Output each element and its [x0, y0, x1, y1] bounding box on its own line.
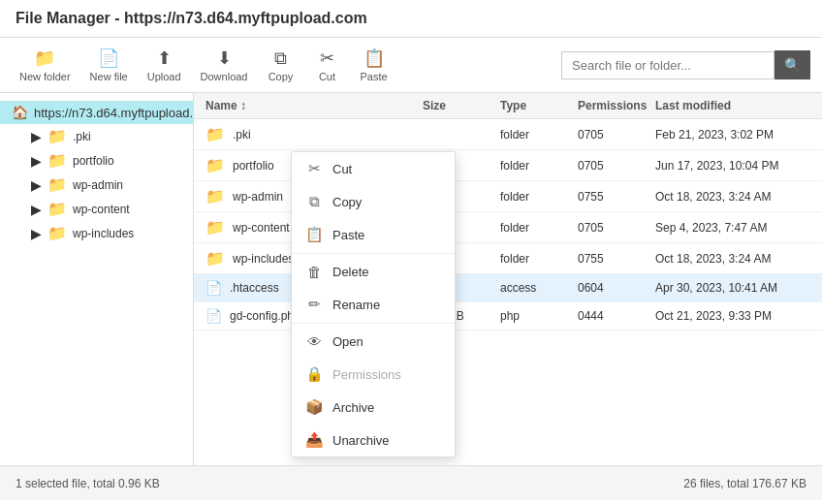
- folder-icon: 📁: [206, 249, 225, 268]
- rename-icon: ✏: [305, 296, 323, 313]
- context-unarchive[interactable]: 📤 Unarchive: [292, 424, 455, 457]
- col-permissions: Permissions: [578, 99, 655, 112]
- folder-icon: 📁: [206, 156, 225, 174]
- context-copy[interactable]: ⧉ Copy: [292, 185, 455, 218]
- sidebar-portfolio-label: portfolio: [73, 154, 114, 168]
- context-open[interactable]: 👁 Open: [292, 326, 455, 358]
- file-content: Name ↕ Size Type Permissions Last modifi…: [194, 93, 822, 465]
- col-name: Name ↕: [206, 99, 423, 112]
- sidebar-pki-label: .pki: [73, 130, 91, 143]
- table-row[interactable]: 📁wp-admin folder 0755 Oct 18, 2023, 3:24…: [194, 181, 822, 212]
- sidebar-item-pki[interactable]: ▶ 📁 .pki: [19, 124, 193, 148]
- sidebar-item-portfolio[interactable]: ▶ 📁 portfolio: [19, 148, 193, 173]
- cut-label: Cut: [319, 71, 335, 82]
- paste-label: Paste: [360, 71, 387, 82]
- php-file-icon: 📄: [206, 308, 222, 324]
- new-folder-label: New folder: [19, 71, 71, 82]
- context-permissions[interactable]: 🔒 Permissions: [292, 358, 455, 391]
- new-file-button[interactable]: 📄 New file: [82, 44, 136, 86]
- context-separator-2: [292, 323, 455, 324]
- col-type: Type: [500, 99, 578, 112]
- context-delete-label: Delete: [332, 265, 369, 279]
- context-menu: ✂ Cut ⧉ Copy 📋 Paste 🗑 Delete ✏ Rename: [291, 151, 456, 457]
- sidebar-root-label: https://n73.d64.myftpupload.com: [34, 106, 194, 120]
- search-area: 🔍: [561, 50, 810, 79]
- unarchive-icon: 📤: [305, 431, 323, 449]
- context-paste[interactable]: 📋 Paste: [292, 218, 455, 251]
- table-row[interactable]: 📁portfolio folder 0705 Jun 17, 2023, 10:…: [194, 150, 822, 181]
- context-open-label: Open: [332, 334, 364, 349]
- context-permissions-label: Permissions: [332, 367, 401, 382]
- page-title: File Manager - https://n73.d64.myftpuplo…: [16, 10, 367, 26]
- delete-icon: 🗑: [305, 264, 323, 280]
- cut-icon: ✂: [320, 47, 334, 69]
- sidebar-item-wp-includes[interactable]: ▶ 📁 wp-includes: [19, 221, 193, 245]
- context-archive[interactable]: 📦 Archive: [292, 391, 455, 424]
- col-size: Size: [423, 99, 500, 112]
- context-separator: [292, 253, 455, 254]
- paste-icon: 📋: [305, 226, 323, 243]
- download-label: Download: [201, 71, 248, 82]
- new-folder-button[interactable]: 📁 New folder: [12, 44, 79, 86]
- search-button[interactable]: 🔍: [775, 50, 810, 79]
- sidebar-wp-content-label: wp-content: [73, 203, 130, 216]
- copy-icon: ⧉: [274, 48, 287, 69]
- sidebar-item-wp-content[interactable]: ▶ 📁 wp-content: [19, 197, 193, 221]
- sidebar-sub: ▶ 📁 .pki ▶ 📁 portfolio ▶ 📁 wp-admin ▶ 📁 …: [0, 124, 193, 245]
- table-row[interactable]: 📁.pki folder 0705 Feb 21, 2023, 3:02 PM: [194, 119, 822, 150]
- upload-icon: ⬆: [157, 47, 172, 69]
- paste-icon: 📋: [364, 47, 385, 69]
- context-rename[interactable]: ✏ Rename: [292, 288, 455, 321]
- col-modified: Last modified: [655, 99, 810, 112]
- sidebar-item-root[interactable]: 🏠 https://n73.d64.myftpupload.com: [0, 101, 193, 124]
- toolbar: 📁 New folder 📄 New file ⬆ Upload ⬇ Downl…: [0, 38, 822, 93]
- sidebar-wp-includes-label: wp-includes: [73, 227, 134, 240]
- table-row-htaccess[interactable]: 📄.htaccess access 0604 Apr 30, 2023, 10:…: [194, 274, 822, 302]
- home-icon: 🏠: [12, 105, 28, 120]
- cut-icon: ✂: [305, 160, 323, 177]
- new-folder-icon: 📁: [34, 47, 55, 69]
- upload-label: Upload: [147, 71, 181, 82]
- context-cut-label: Cut: [332, 162, 352, 176]
- context-copy-label: Copy: [332, 195, 362, 209]
- folder-icon: ▶: [31, 177, 42, 193]
- folder-icon: 📁: [206, 187, 225, 205]
- archive-icon: 📦: [305, 398, 323, 416]
- search-input[interactable]: [561, 51, 775, 79]
- folder-icon: ▶: [31, 202, 42, 217]
- status-right: 26 files, total 176.67 KB: [683, 477, 806, 490]
- copy-button[interactable]: ⧉ Copy: [259, 45, 301, 86]
- table-row[interactable]: 📁wp-includes folder 0755 Oct 18, 2023, 3…: [194, 243, 822, 274]
- sidebar-wp-admin-label: wp-admin: [73, 178, 123, 192]
- file-icon: 📄: [206, 280, 222, 296]
- title-bar: File Manager - https://n73.d64.myftpuplo…: [0, 0, 822, 38]
- download-icon: ⬇: [217, 47, 232, 69]
- context-paste-label: Paste: [332, 228, 364, 242]
- table-header: Name ↕ Size Type Permissions Last modifi…: [194, 93, 822, 119]
- new-file-label: New file: [90, 71, 128, 82]
- context-cut[interactable]: ✂ Cut: [292, 152, 455, 185]
- context-rename-label: Rename: [332, 298, 380, 312]
- copy-icon: ⧉: [305, 193, 323, 210]
- permissions-icon: 🔒: [305, 365, 323, 383]
- upload-button[interactable]: ⬆ Upload: [140, 44, 189, 86]
- copy-label: Copy: [269, 71, 294, 82]
- sidebar-item-wp-admin[interactable]: ▶ 📁 wp-admin: [19, 173, 193, 197]
- folder-icon: ▶: [31, 129, 42, 144]
- table-row[interactable]: 📁wp-content folder 0705 Sep 4, 2023, 7:4…: [194, 212, 822, 243]
- cut-button[interactable]: ✂ Cut: [305, 44, 348, 86]
- folder-icon: 📁: [206, 218, 225, 236]
- status-bar: 1 selected file, total 0.96 KB 26 files,…: [0, 465, 822, 500]
- paste-button[interactable]: 📋 Paste: [352, 44, 395, 86]
- download-button[interactable]: ⬇ Download: [193, 44, 256, 86]
- status-left: 1 selected file, total 0.96 KB: [16, 477, 160, 490]
- table-row-gd-config[interactable]: 📄gd-config.php 0.81 KB php 0444 Oct 21, …: [194, 302, 822, 331]
- open-icon: 👁: [305, 333, 323, 350]
- context-unarchive-label: Unarchive: [332, 433, 390, 448]
- folder-icon: 📁: [206, 125, 225, 143]
- context-delete[interactable]: 🗑 Delete: [292, 256, 455, 288]
- sidebar: 🏠 https://n73.d64.myftpupload.com ▶ 📁 .p…: [0, 93, 194, 465]
- main-area: 🏠 https://n73.d64.myftpupload.com ▶ 📁 .p…: [0, 93, 822, 465]
- context-archive-label: Archive: [332, 400, 374, 415]
- new-file-icon: 📄: [98, 47, 119, 69]
